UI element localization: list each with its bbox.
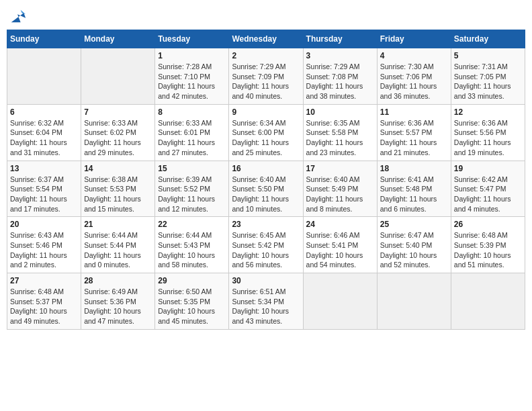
calendar-cell: 30Sunrise: 6:51 AMSunset: 5:34 PMDayligh… xyxy=(229,273,303,330)
day-info: Sunrise: 6:38 AMSunset: 5:53 PMDaylight:… xyxy=(84,175,152,214)
calendar-cell: 10Sunrise: 6:35 AMSunset: 5:58 PMDayligh… xyxy=(303,104,377,161)
day-info: Sunrise: 6:45 AMSunset: 5:42 PMDaylight:… xyxy=(232,230,300,270)
day-info: Sunrise: 6:46 AMSunset: 5:41 PMDaylight:… xyxy=(306,230,374,270)
calendar-cell: 6Sunrise: 6:32 AMSunset: 6:04 PMDaylight… xyxy=(7,104,81,161)
calendar-cell xyxy=(303,273,377,330)
calendar-cell: 7Sunrise: 6:33 AMSunset: 6:02 PMDaylight… xyxy=(81,104,155,161)
calendar-week: 13Sunrise: 6:37 AMSunset: 5:54 PMDayligh… xyxy=(7,161,525,217)
day-info: Sunrise: 6:35 AMSunset: 5:58 PMDaylight:… xyxy=(306,118,374,158)
calendar-cell xyxy=(451,273,525,330)
calendar-cell: 9Sunrise: 6:34 AMSunset: 6:00 PMDaylight… xyxy=(229,104,303,161)
calendar-cell: 4Sunrise: 7:30 AMSunset: 7:06 PMDaylight… xyxy=(377,48,451,105)
calendar-cell: 22Sunrise: 6:44 AMSunset: 5:43 PMDayligh… xyxy=(155,217,229,273)
calendar-week: 27Sunrise: 6:48 AMSunset: 5:37 PMDayligh… xyxy=(7,273,525,330)
logo xyxy=(7,7,27,23)
calendar-cell: 17Sunrise: 6:40 AMSunset: 5:49 PMDayligh… xyxy=(303,161,377,217)
day-info: Sunrise: 6:51 AMSunset: 5:34 PMDaylight:… xyxy=(232,287,300,326)
day-info: Sunrise: 6:48 AMSunset: 5:39 PMDaylight:… xyxy=(454,230,522,270)
calendar-cell xyxy=(377,273,451,330)
calendar-cell: 20Sunrise: 6:43 AMSunset: 5:46 PMDayligh… xyxy=(7,217,81,273)
day-info: Sunrise: 7:29 AMSunset: 7:09 PMDaylight:… xyxy=(232,62,300,101)
calendar-cell: 2Sunrise: 7:29 AMSunset: 7:09 PMDaylight… xyxy=(229,48,303,105)
calendar-cell: 18Sunrise: 6:41 AMSunset: 5:48 PMDayligh… xyxy=(377,161,451,217)
day-info: Sunrise: 6:48 AMSunset: 5:37 PMDaylight:… xyxy=(10,287,78,326)
day-info: Sunrise: 6:34 AMSunset: 6:00 PMDaylight:… xyxy=(232,118,300,158)
day-info: Sunrise: 6:49 AMSunset: 5:36 PMDaylight:… xyxy=(84,287,152,326)
calendar-cell: 27Sunrise: 6:48 AMSunset: 5:37 PMDayligh… xyxy=(7,273,81,330)
weekday-header: Wednesday xyxy=(229,30,303,48)
day-info: Sunrise: 6:33 AMSunset: 6:02 PMDaylight:… xyxy=(84,118,152,158)
day-info: Sunrise: 6:37 AMSunset: 5:54 PMDaylight:… xyxy=(10,175,78,214)
day-number: 24 xyxy=(306,220,374,229)
day-number: 22 xyxy=(158,220,226,229)
day-number: 23 xyxy=(232,220,300,229)
calendar-cell: 1Sunrise: 7:28 AMSunset: 7:10 PMDaylight… xyxy=(155,48,229,105)
calendar-cell: 3Sunrise: 7:29 AMSunset: 7:08 PMDaylight… xyxy=(303,48,377,105)
weekday-header: Friday xyxy=(377,30,451,48)
calendar-cell xyxy=(81,48,155,105)
calendar-table: SundayMondayTuesdayWednesdayThursdayFrid… xyxy=(7,30,525,330)
day-number: 18 xyxy=(380,164,448,173)
day-number: 8 xyxy=(158,107,226,117)
weekday-header: Monday xyxy=(81,30,155,48)
calendar-cell: 15Sunrise: 6:39 AMSunset: 5:52 PMDayligh… xyxy=(155,161,229,217)
day-number: 30 xyxy=(232,276,300,285)
page-header xyxy=(7,7,525,23)
day-number: 17 xyxy=(306,164,374,173)
day-number: 1 xyxy=(158,51,226,60)
calendar-cell xyxy=(7,48,81,105)
calendar-cell: 8Sunrise: 6:33 AMSunset: 6:01 PMDaylight… xyxy=(155,104,229,161)
day-number: 21 xyxy=(84,220,152,229)
day-info: Sunrise: 7:30 AMSunset: 7:06 PMDaylight:… xyxy=(380,62,448,101)
day-number: 9 xyxy=(232,107,300,117)
calendar-cell: 26Sunrise: 6:48 AMSunset: 5:39 PMDayligh… xyxy=(451,217,525,273)
day-info: Sunrise: 6:33 AMSunset: 6:01 PMDaylight:… xyxy=(158,118,226,158)
calendar-cell: 5Sunrise: 7:31 AMSunset: 7:05 PMDaylight… xyxy=(451,48,525,105)
day-number: 28 xyxy=(84,276,152,285)
day-number: 7 xyxy=(84,107,152,117)
weekday-header: Thursday xyxy=(303,30,377,48)
day-number: 3 xyxy=(306,51,374,60)
calendar-cell: 28Sunrise: 6:49 AMSunset: 5:36 PMDayligh… xyxy=(81,273,155,330)
day-info: Sunrise: 6:40 AMSunset: 5:49 PMDaylight:… xyxy=(306,175,374,214)
day-info: Sunrise: 6:43 AMSunset: 5:46 PMDaylight:… xyxy=(10,230,78,270)
day-info: Sunrise: 7:28 AMSunset: 7:10 PMDaylight:… xyxy=(158,62,226,101)
day-number: 29 xyxy=(158,276,226,285)
day-number: 25 xyxy=(380,220,448,229)
day-info: Sunrise: 6:39 AMSunset: 5:52 PMDaylight:… xyxy=(158,175,226,214)
calendar-week: 6Sunrise: 6:32 AMSunset: 6:04 PMDaylight… xyxy=(7,104,525,161)
day-info: Sunrise: 7:29 AMSunset: 7:08 PMDaylight:… xyxy=(306,62,374,101)
day-number: 15 xyxy=(158,164,226,173)
calendar-cell: 19Sunrise: 6:42 AMSunset: 5:47 PMDayligh… xyxy=(451,161,525,217)
day-number: 4 xyxy=(380,51,448,60)
svg-marker-0 xyxy=(11,13,26,22)
day-number: 20 xyxy=(10,220,78,229)
day-number: 26 xyxy=(454,220,522,229)
calendar-week: 20Sunrise: 6:43 AMSunset: 5:46 PMDayligh… xyxy=(7,217,525,273)
day-number: 16 xyxy=(232,164,300,173)
logo-text xyxy=(7,7,27,26)
calendar-cell: 23Sunrise: 6:45 AMSunset: 5:42 PMDayligh… xyxy=(229,217,303,273)
calendar-cell: 11Sunrise: 6:36 AMSunset: 5:57 PMDayligh… xyxy=(377,104,451,161)
calendar-cell: 25Sunrise: 6:47 AMSunset: 5:40 PMDayligh… xyxy=(377,217,451,273)
calendar-week: 1Sunrise: 7:28 AMSunset: 7:10 PMDaylight… xyxy=(7,48,525,105)
weekday-header: Saturday xyxy=(451,30,525,48)
day-number: 12 xyxy=(454,107,522,117)
day-info: Sunrise: 6:32 AMSunset: 6:04 PMDaylight:… xyxy=(10,118,78,158)
weekday-header: Tuesday xyxy=(155,30,229,48)
day-info: Sunrise: 6:44 AMSunset: 5:43 PMDaylight:… xyxy=(158,230,226,270)
day-info: Sunrise: 6:42 AMSunset: 5:47 PMDaylight:… xyxy=(454,175,522,214)
day-info: Sunrise: 6:44 AMSunset: 5:44 PMDaylight:… xyxy=(84,230,152,270)
calendar-cell: 13Sunrise: 6:37 AMSunset: 5:54 PMDayligh… xyxy=(7,161,81,217)
day-info: Sunrise: 6:40 AMSunset: 5:50 PMDaylight:… xyxy=(232,175,300,214)
calendar-cell: 24Sunrise: 6:46 AMSunset: 5:41 PMDayligh… xyxy=(303,217,377,273)
day-info: Sunrise: 6:36 AMSunset: 5:57 PMDaylight:… xyxy=(380,118,448,158)
calendar-cell: 21Sunrise: 6:44 AMSunset: 5:44 PMDayligh… xyxy=(81,217,155,273)
day-info: Sunrise: 7:31 AMSunset: 7:05 PMDaylight:… xyxy=(454,62,522,101)
day-number: 19 xyxy=(454,164,522,173)
day-number: 11 xyxy=(380,107,448,117)
calendar-header: SundayMondayTuesdayWednesdayThursdayFrid… xyxy=(7,30,525,48)
weekday-header: Sunday xyxy=(7,30,81,48)
day-number: 14 xyxy=(84,164,152,173)
day-info: Sunrise: 6:50 AMSunset: 5:35 PMDaylight:… xyxy=(158,287,226,326)
